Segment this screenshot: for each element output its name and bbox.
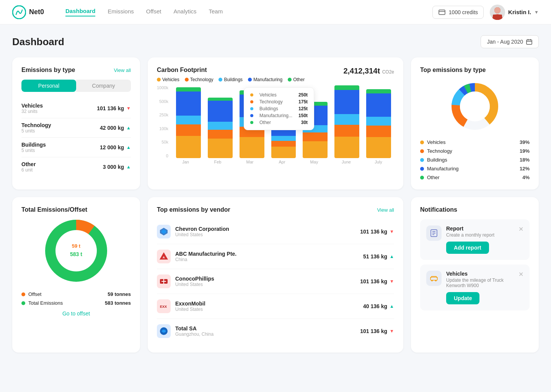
carbon-footprint-card: Carbon Footprint 2,412,314t CO2e Vehicle… <box>148 57 403 189</box>
notif-report-title: Report <box>446 225 514 232</box>
notif-vehicles-desc: Update the mileage of Truck Kenworth W90… <box>446 278 514 288</box>
svg-point-5 <box>494 7 500 13</box>
notif-vehicles-title: Vehicles <box>446 271 514 277</box>
svg-rect-34 <box>430 277 437 280</box>
arrow-up-other: ▲ <box>126 164 131 170</box>
svg-rect-7 <box>527 40 532 44</box>
emissions-view-all[interactable]: View all <box>114 67 131 73</box>
legend-line-manufacturing: Manufacturing12% <box>420 166 530 172</box>
vendor-val-totalsa: 101 136 kg ▼ <box>360 328 394 334</box>
vendor-list: Chevron Corporation United States 101 13… <box>157 219 394 343</box>
emission-row-vehicles: Vehicles32 units 101 136 kg▼ <box>21 99 131 118</box>
donut2-row-offset: Offset 59 tonnes <box>21 291 131 297</box>
app-name: Net0 <box>29 8 44 16</box>
page: Dashboard Jan - Aug 2020 Emissions by ty… <box>0 24 551 363</box>
top-emissions-legend: Vehicles39% Technology19% Buildings18% M… <box>420 139 530 180</box>
cf-total: 2,412,314t CO2e <box>343 67 394 75</box>
bar-seg <box>271 141 296 147</box>
bar-group-jan <box>176 85 201 158</box>
bar-seg <box>208 101 233 122</box>
tab-group: Personal Company <box>21 80 131 92</box>
page-title: Dashboard <box>12 36 64 48</box>
legend-line-buildings: Buildings18% <box>420 157 530 163</box>
avatar <box>490 5 505 20</box>
donut-chart <box>448 80 502 133</box>
vendor-info-exxon: ExxonMobil United States <box>175 301 359 312</box>
tooltip-row-manufacturing: Manufacturing...150t <box>250 113 308 118</box>
emissions-by-type-card: Emissions by type View all Personal Comp… <box>12 57 140 189</box>
vendor-val-chevron: 101 136 kg ▼ <box>360 229 394 235</box>
bars-container: Vehicles250t Technology175t Buildings125… <box>173 85 394 158</box>
emission-label-vehicles: Vehicles <box>21 103 43 109</box>
emission-row-technology: Technology5 units 42 000 kg▲ <box>21 118 131 138</box>
emission-sub-technology: 5 units <box>21 128 51 134</box>
top-emissions-type-title: Top emissions by type <box>420 67 486 74</box>
legend-manufacturing: Manufacturing <box>248 77 282 82</box>
bar-seg <box>366 93 391 117</box>
emission-label-buildings: Buildings <box>21 142 46 148</box>
date-filter-label: Jan - Aug 2020 <box>487 39 523 45</box>
vendor-logo-conoco <box>157 274 171 288</box>
nav-links: Dashboard Emissions Offset Analytics Tea… <box>65 8 417 16</box>
bar-seg <box>366 117 391 126</box>
vendor-logo-exxon: EXX <box>157 299 171 313</box>
tooltip: Vehicles250t Technology175t Buildings125… <box>244 87 314 130</box>
bar-seg <box>334 90 359 114</box>
vendor-val-conoco: 101 136 kg ▼ <box>360 278 394 284</box>
vendor-logo-abc: A <box>157 250 171 263</box>
top-vendors-view-all[interactable]: View all <box>377 207 394 213</box>
emission-row-other: Other6 unit 3 000 kg▲ <box>21 157 131 176</box>
emission-val-technology: 42 000 kg▲ <box>100 125 131 131</box>
svg-rect-6 <box>493 15 502 20</box>
emission-val-vehicles: 101 136 kg▼ <box>97 105 131 111</box>
emission-sub-other: 6 unit <box>21 167 36 173</box>
bar-seg <box>334 137 359 158</box>
bar-seg <box>366 89 391 93</box>
date-filter[interactable]: Jan - Aug 2020 <box>481 35 539 48</box>
emission-val-other: 3 000 kg▲ <box>103 164 131 170</box>
app-logo[interactable]: Net0 <box>12 5 44 19</box>
notif-vehicles-icon <box>426 271 442 286</box>
donut2-chart: 59 t 583 t <box>42 216 111 285</box>
nav-dashboard[interactable]: Dashboard <box>65 8 95 16</box>
svg-point-35 <box>431 280 433 281</box>
notif-vehicles-close[interactable]: ✕ <box>518 271 523 278</box>
nav-offset[interactable]: Offset <box>146 8 161 16</box>
bar-seg <box>271 147 296 158</box>
bar-seg <box>366 137 391 158</box>
emission-sub-buildings: 5 units <box>21 148 46 153</box>
vendor-info-conoco: ConocoPhillips United States <box>175 276 355 287</box>
emissions-header: Emissions by type View all <box>21 67 131 74</box>
notif-report-close[interactable]: ✕ <box>518 225 523 233</box>
tooltip-row-vehicles: Vehicles250t <box>250 92 308 98</box>
tooltip-row-buildings: Buildings125t <box>250 106 308 111</box>
logo-icon <box>12 5 26 19</box>
nav-right: 1000 credits Kristin I. ▼ <box>432 5 539 20</box>
donut2-container: 59 t 583 t <box>21 216 131 285</box>
svg-text:583 t: 583 t <box>70 251 82 257</box>
bar-seg <box>176 116 201 124</box>
top-emissions-type-card: Top emissions by type <box>411 57 539 189</box>
update-button[interactable]: Update <box>446 292 479 304</box>
legend-other: Other <box>288 77 305 82</box>
nav-analytics[interactable]: Analytics <box>173 8 196 16</box>
total-emissions-card: Total Emissions/Offset 59 t 583 t <box>12 197 140 353</box>
top-vendors-card: Top emissions by vendor View all Chevron… <box>148 197 403 353</box>
top-vendors-title: Top emissions by vendor <box>157 206 230 213</box>
legend-technology: Technology <box>185 77 214 82</box>
nav-team[interactable]: Team <box>209 8 223 16</box>
go-to-offset-link[interactable]: Go to offset <box>21 310 131 317</box>
navbar: Net0 Dashboard Emissions Offset Analytic… <box>0 0 551 24</box>
tab-company[interactable]: Company <box>76 80 131 92</box>
svg-point-36 <box>435 280 437 281</box>
svg-rect-1 <box>439 10 445 15</box>
nav-emissions[interactable]: Emissions <box>108 8 134 16</box>
svg-text:59 t: 59 t <box>72 243 81 249</box>
bar-seg <box>334 114 359 125</box>
tab-personal[interactable]: Personal <box>21 80 76 92</box>
page-header: Dashboard Jan - Aug 2020 <box>12 35 539 48</box>
add-report-button[interactable]: Add report <box>446 242 489 254</box>
notif-report-content: Report Create a monthly report Add repor… <box>446 225 514 254</box>
user-box[interactable]: Kristin I. ▼ <box>490 5 539 20</box>
total-emissions-title: Total Emissions/Offset <box>21 206 131 213</box>
